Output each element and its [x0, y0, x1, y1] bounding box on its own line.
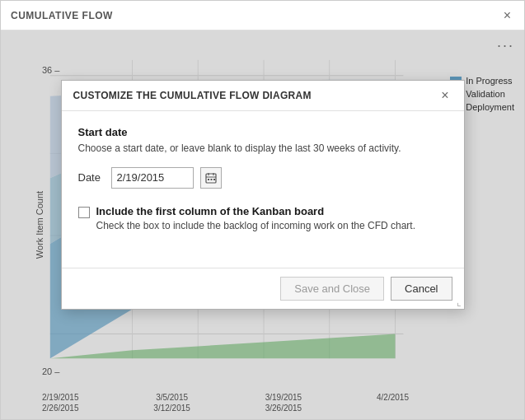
title-bar: CUMULATIVE FLOW × — [1, 1, 524, 30]
save-and-close-button[interactable]: Save and Close — [280, 277, 384, 301]
svg-rect-19 — [213, 179, 215, 180]
window-close-button[interactable]: × — [500, 7, 514, 24]
kanban-checkbox-sublabel: Check the box to include the backlog of … — [96, 220, 416, 231]
svg-rect-18 — [210, 179, 212, 180]
modal-body: Start date Choose a start date, or leave… — [62, 111, 464, 251]
kanban-checkbox-label: Include the first column of the Kanban b… — [96, 205, 448, 217]
calendar-icon — [205, 172, 217, 184]
svg-rect-13 — [206, 174, 216, 183]
start-date-title: Start date — [78, 126, 448, 138]
chart-area: ··· Work Item Count 36 – 20 – — [1, 30, 524, 419]
modal-title: CUSTOMIZE THE CUMULATIVE FLOW DIAGRAM — [73, 90, 312, 101]
date-input[interactable] — [111, 167, 194, 189]
modal-close-button[interactable]: × — [438, 89, 452, 102]
kanban-checkbox-row: Include the first column of the Kanban b… — [78, 205, 448, 233]
resize-handle[interactable]: ⌞ — [457, 297, 462, 307]
start-date-description: Choose a start date, or leave blank to d… — [78, 142, 448, 156]
cancel-button[interactable]: Cancel — [391, 277, 452, 301]
kanban-checkbox-text: Include the first column of the Kanban b… — [96, 205, 448, 233]
date-field-label: Date — [78, 171, 105, 184]
customize-dialog: CUSTOMIZE THE CUMULATIVE FLOW DIAGRAM × … — [61, 80, 465, 310]
calendar-picker-button[interactable] — [200, 167, 222, 189]
date-input-row: Date — [78, 167, 448, 189]
window-title: CUMULATIVE FLOW — [11, 10, 113, 21]
svg-rect-17 — [208, 179, 209, 180]
kanban-checkbox[interactable] — [78, 207, 90, 218]
modal-footer: Save and Close Cancel — [62, 268, 464, 309]
modal-header: CUSTOMIZE THE CUMULATIVE FLOW DIAGRAM × — [62, 81, 464, 111]
start-date-section: Start date Choose a start date, or leave… — [78, 126, 448, 189]
main-window: CUMULATIVE FLOW × ··· Work Item Count 36… — [0, 0, 525, 420]
modal-overlay: CUSTOMIZE THE CUMULATIVE FLOW DIAGRAM × … — [1, 30, 524, 419]
